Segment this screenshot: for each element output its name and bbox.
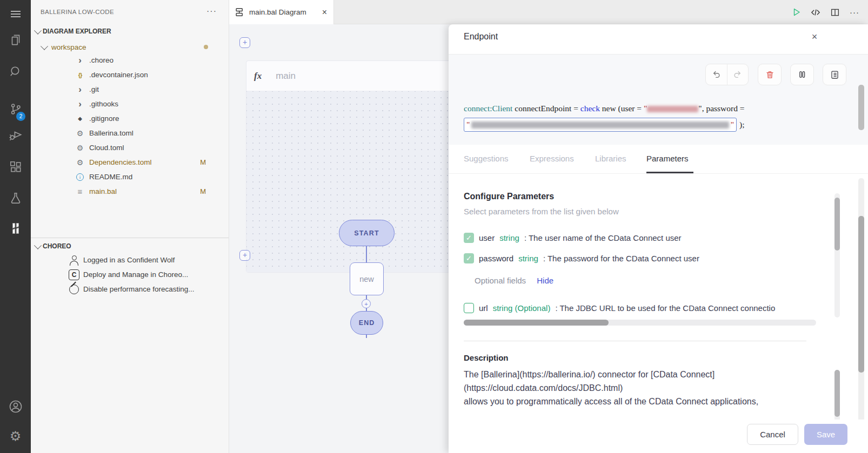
code-token: connectEndpoint = [512,104,580,113]
diagram-icon [235,7,245,17]
active-tab-underline [646,172,693,173]
panel-scrollbar[interactable] [858,57,864,449]
cancel-button[interactable]: Cancel [747,424,798,445]
end-node[interactable]: END [350,311,383,335]
file-row[interactable]: .git [31,82,229,97]
configure-parameters-heading: Configure Parameters [464,192,554,201]
file-name: .gitignore [89,114,119,123]
connector-add-button[interactable]: + [362,299,371,308]
file-type-icon [75,158,85,167]
file-type-icon [75,114,85,123]
modified-badge: M [200,158,206,166]
hide-link[interactable]: Hide [537,276,553,285]
search-icon[interactable] [0,62,31,81]
code-scrollbar-thumb[interactable] [858,85,864,130]
panel-close-icon[interactable]: × [807,30,822,44]
run-debug-icon[interactable] [0,125,31,144]
save-button[interactable]: Save [804,424,847,445]
tab-libraries[interactable]: Libraries [595,154,626,163]
code-token: new (user = [600,104,644,113]
endpoint-panel: Endpoint × connect:Client connectEndpoin… [449,24,868,453]
file-name: Cloud.toml [89,144,124,152]
endpoint-code[interactable]: connect:Client connectEndpoint = check n… [464,102,842,132]
file-name: main.bal [89,187,117,195]
file-row[interactable]: README.md [31,170,229,184]
password-checkbox[interactable] [464,253,474,263]
file-type-icon [75,100,85,109]
panel-scrollbar-thumb[interactable] [858,216,864,373]
choreo-item-label: Logged in as Confident Wolf [83,256,175,264]
sidebar-header: BALLERINA LOW-CODE ··· [31,0,229,24]
password-input-box[interactable]: "" [464,118,737,132]
file-type-icon [75,85,85,94]
canvas-add-button-bottom[interactable]: + [239,250,250,261]
optional-fields-row: Optional fields Hide [475,276,553,285]
tab-parameters[interactable]: Parameters [646,154,689,163]
tab-close-icon[interactable]: × [322,8,327,17]
file-row[interactable]: .choreo [31,53,229,67]
choreo-item[interactable]: Deploy and Manage in Choreo... [31,267,229,282]
run-icon[interactable] [790,6,802,18]
redo-icon[interactable] [727,64,748,85]
activity-bar: 2 ⚙ [0,0,31,453]
file-row[interactable]: .gitignore [31,111,229,126]
account-icon[interactable] [0,397,31,416]
file-row[interactable]: .githooks [31,97,229,111]
file-type-icon [75,56,85,65]
start-node[interactable]: START [339,220,395,246]
source-control-icon[interactable]: 2 [0,99,31,119]
split-editor-icon[interactable] [829,6,841,18]
workspace-row[interactable]: workspace [31,41,229,53]
tab-main-bal-diagram[interactable]: main.bal Diagram × [229,0,334,24]
file-name: Dependencies.toml [89,158,152,166]
menu-icon[interactable] [0,4,31,24]
more-actions-icon[interactable]: ··· [849,6,860,18]
duplicate-icon[interactable] [790,64,814,85]
file-type-icon [75,187,85,196]
sidebar-more-icon[interactable]: ··· [206,6,217,16]
tab-expressions[interactable]: Expressions [530,154,574,163]
extensions-icon[interactable] [0,157,31,177]
canvas-add-button-top[interactable]: + [239,37,250,48]
choreo-item-icon [69,284,79,295]
undo-icon[interactable] [706,64,727,85]
file-type-icon [75,144,85,152]
panel-title: Endpoint [464,32,498,42]
params-vertical-scrollbar[interactable] [834,193,840,317]
code-line-2: "" ); [464,118,842,132]
file-row[interactable]: .devcontainer.json [31,67,229,82]
panel-footer: Cancel Save [449,420,868,453]
settings-gear-icon[interactable]: ⚙ [0,427,31,446]
password-redacted-value [471,121,729,129]
file-row[interactable]: Ballerina.toml [31,126,229,140]
explorer-icon[interactable] [0,30,31,50]
h-scrollbar-thumb[interactable] [464,320,609,326]
show-source-icon[interactable] [810,6,822,18]
url-checkbox[interactable] [464,303,474,313]
description-text: The [Ballerina](https://ballerina.io/) c… [464,368,829,408]
choreo-list: Logged in as Confident Wolf Deploy and M… [31,253,229,296]
new-node[interactable]: new [350,262,384,295]
choreo-item[interactable]: Disable performance forecasting... [31,282,229,296]
file-row[interactable]: Dependencies.toml M [31,155,229,170]
file-row[interactable]: main.bal M [31,184,229,199]
description-line: (https://cloud.cdata.com/docs/JDBC.html) [464,381,829,395]
ballerina-icon[interactable] [0,219,31,238]
file-name: .git [89,85,99,93]
param-row-password: password string : The password for the C… [464,253,815,263]
chevron-down-icon [34,242,42,249]
code-token [647,106,698,112]
diagram-explorer-header[interactable]: DIAGRAM EXPLORER [35,28,111,35]
docs-icon[interactable] [823,64,846,85]
tab-suggestions[interactable]: Suggestions [464,154,509,163]
fx-icon: fx [254,71,262,82]
testing-icon[interactable] [0,188,31,208]
params-horizontal-scrollbar[interactable] [464,320,816,326]
choreo-item[interactable]: Logged in as Confident Wolf [31,253,229,267]
file-row[interactable]: Cloud.toml [31,140,229,155]
choreo-item-label: Disable performance forecasting... [83,285,195,293]
description-line: The [Ballerina](https://ballerina.io/) c… [464,368,829,381]
user-checkbox[interactable] [464,233,474,243]
choreo-header[interactable]: CHOREO [35,242,71,250]
delete-icon[interactable] [758,64,782,85]
